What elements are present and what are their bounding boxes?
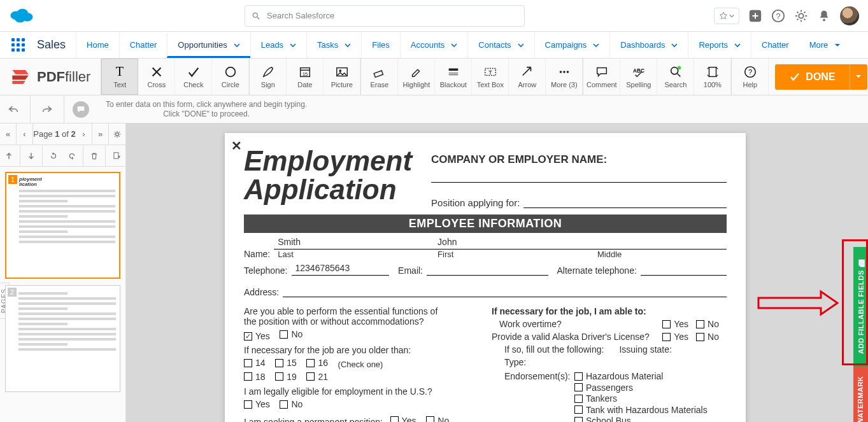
search-input[interactable]: Search Salesforce <box>245 5 525 27</box>
move-down-button[interactable] <box>22 145 40 167</box>
age-19-checkbox[interactable]: 19 <box>275 372 297 382</box>
tab-files[interactable]: Files <box>361 32 399 58</box>
add-watermark-tab[interactable]: ADD WATERMARK <box>853 367 868 422</box>
age-18-checkbox[interactable]: 18 <box>244 372 266 382</box>
avatar[interactable] <box>840 6 859 25</box>
thumbnail-1[interactable]: 1 ploymentlication <box>5 172 120 279</box>
type-field[interactable] <box>529 357 727 367</box>
undo-button[interactable] <box>5 101 22 118</box>
redo-button[interactable] <box>39 101 55 118</box>
tool-picture[interactable]: Picture <box>324 59 360 95</box>
page-prev-button[interactable]: ‹ <box>17 123 33 145</box>
email-field[interactable] <box>427 263 548 276</box>
hazmat-checkbox[interactable]: Hazardous Material <box>574 371 663 381</box>
notifications-button[interactable] <box>817 9 831 23</box>
tool-check[interactable]: Check <box>175 59 212 95</box>
document-page[interactable]: ✕ Employment Application COMPANY OR EMPL… <box>225 133 746 422</box>
help-button[interactable]: ? <box>771 9 785 23</box>
essential-no-checkbox[interactable]: No <box>280 329 302 339</box>
first-name-field[interactable]: John <box>434 237 594 250</box>
tool-date[interactable]: 15Date <box>287 59 324 95</box>
svg-line-29 <box>678 74 681 77</box>
app-launcher-button[interactable] <box>9 32 27 58</box>
age-15-checkbox[interactable]: 15 <box>275 358 297 368</box>
global-actions-button[interactable] <box>748 9 762 23</box>
tab-accounts[interactable]: Accounts <box>400 32 467 58</box>
page-last-button[interactable]: » <box>92 123 109 145</box>
rotate-ccw-button[interactable] <box>45 145 62 167</box>
telephone-field[interactable]: 12346785643 <box>292 263 390 276</box>
tool-text[interactable]: TText <box>101 59 138 95</box>
age-21-checkbox[interactable]: 21 <box>306 372 328 382</box>
tool-cross[interactable]: Cross <box>138 59 175 95</box>
tab-opportunities[interactable]: Opportunities <box>167 32 250 58</box>
tab-home[interactable]: Home <box>76 32 119 58</box>
salesforce-logo-icon <box>9 6 34 25</box>
done-dropdown[interactable] <box>850 64 867 90</box>
issuing-state-field[interactable] <box>674 344 727 355</box>
overtime-yes-checkbox[interactable]: Yes <box>662 319 688 329</box>
tool-erase[interactable]: Erase <box>361 59 398 95</box>
eligible-yes-checkbox[interactable]: Yes <box>244 399 270 409</box>
tool-highlight[interactable]: Highlight <box>398 59 435 95</box>
tool-arrow[interactable]: Arrow <box>509 59 546 95</box>
tool-circle[interactable]: Circle <box>212 59 249 95</box>
alt-telephone-field[interactable] <box>641 263 727 276</box>
tool-blackout[interactable]: Blackout <box>435 59 472 95</box>
address-field[interactable] <box>283 285 727 297</box>
add-page-button[interactable] <box>108 145 125 167</box>
middle-name-field[interactable] <box>594 237 727 250</box>
delete-page-button[interactable] <box>85 145 103 167</box>
svg-point-3 <box>15 15 25 23</box>
age-14-checkbox[interactable]: 14 <box>244 358 266 368</box>
last-name-field[interactable]: Smith <box>274 237 434 250</box>
page-settings-button[interactable] <box>109 123 125 145</box>
tab-dashboards[interactable]: Dashboards <box>609 32 688 58</box>
add-fillable-fields-tab[interactable]: ADD FILLABLE FIELDS 📄 <box>853 247 868 367</box>
svg-text:T: T <box>116 65 124 78</box>
tab-contacts[interactable]: Contacts <box>467 32 534 58</box>
tankers-checkbox[interactable]: Tankers <box>574 393 617 404</box>
tab-more[interactable]: More <box>799 32 851 58</box>
done-button[interactable]: DONE <box>775 64 849 90</box>
page-first-button[interactable]: « <box>0 123 17 145</box>
tool-comment[interactable]: Comment <box>583 59 620 95</box>
perm-yes-checkbox[interactable]: Yes <box>390 416 416 423</box>
tool-zoom[interactable]: 100% <box>694 59 731 95</box>
overtime-no-checkbox[interactable]: No <box>696 319 719 329</box>
tool-textbox[interactable]: TText Box <box>472 59 509 95</box>
tab-tasks[interactable]: Tasks <box>306 32 361 58</box>
tankhaz-checkbox[interactable]: Tank with Hazardous Materials <box>574 405 708 415</box>
favorites-button[interactable] <box>714 8 739 24</box>
rotate-cw-button[interactable] <box>63 145 81 167</box>
tool-more[interactable]: More (3) <box>546 59 583 95</box>
close-icon[interactable]: ✕ <box>231 138 242 153</box>
document-viewport[interactable]: ✕ Employment Application COMPANY OR EMPL… <box>126 123 868 422</box>
tool-search[interactable]: Search <box>657 59 694 95</box>
position-field[interactable] <box>523 194 727 208</box>
passengers-checkbox[interactable]: Passengers <box>574 383 633 393</box>
svg-point-30 <box>678 66 681 70</box>
tool-spelling[interactable]: ABCSpelling <box>620 59 657 95</box>
setup-button[interactable] <box>794 9 808 23</box>
tab-chatter[interactable]: Chatter <box>119 32 167 58</box>
thumbnail-2[interactable]: 2 <box>5 285 120 392</box>
essential-yes-checkbox[interactable]: ✓Yes <box>244 331 270 341</box>
page-next-button[interactable]: › <box>76 123 92 145</box>
license-no-checkbox[interactable]: No <box>696 332 719 342</box>
tab-campaigns[interactable]: Campaigns <box>534 32 610 58</box>
tab-chatter2[interactable]: Chatter <box>751 32 799 58</box>
page-row-tools <box>0 145 125 167</box>
company-field[interactable] <box>431 169 727 183</box>
perm-no-checkbox[interactable]: No <box>426 416 449 423</box>
age-16-checkbox[interactable]: 16 <box>306 358 328 368</box>
license-yes-checkbox[interactable]: Yes <box>662 332 688 342</box>
eligible-no-checkbox[interactable]: No <box>280 399 302 409</box>
tab-reports[interactable]: Reports <box>688 32 751 58</box>
tab-leads[interactable]: Leads <box>250 32 306 58</box>
move-up-button[interactable] <box>0 145 18 167</box>
tool-sign[interactable]: Sign <box>250 59 287 95</box>
chevron-down-icon <box>593 42 599 48</box>
schoolbus-checkbox[interactable]: School Bus <box>574 416 631 422</box>
tool-help[interactable]: ?Help <box>732 59 769 95</box>
